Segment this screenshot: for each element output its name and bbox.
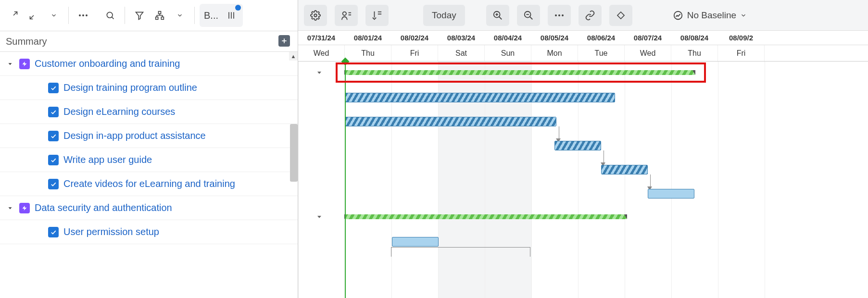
collapse-icon[interactable] [24, 6, 43, 25]
tree-child-row[interactable]: Design in-app product assistance [0, 124, 298, 148]
date-col: 08/06/24 [578, 31, 625, 45]
search-icon[interactable] [101, 6, 120, 25]
scrollbar-thumb[interactable] [290, 124, 298, 182]
tree-child-row[interactable]: User permission setup [0, 220, 298, 244]
link-button[interactable] [579, 5, 602, 26]
baseline-dropdown[interactable]: No Baseline [667, 5, 753, 26]
gantt-pane: Today No Baseline 07/ [298, 0, 868, 298]
issue-link[interactable]: Design in-app product assistance [63, 130, 206, 141]
day-col: Thu [345, 45, 391, 61]
tree-child-row[interactable]: Write app user guide [0, 148, 298, 172]
svg-rect-8 [161, 17, 164, 19]
summary-bar[interactable] [345, 70, 695, 75]
task-icon [48, 83, 59, 93]
task-bar[interactable] [648, 189, 694, 199]
row-collapse-icon[interactable] [315, 213, 323, 223]
toolbar-chevron-down-icon[interactable] [44, 6, 63, 25]
svg-point-31 [562, 14, 564, 16]
more-button[interactable] [548, 5, 571, 26]
gantt-task-row[interactable] [298, 230, 868, 254]
task-icon [48, 179, 59, 189]
tree-parent-row[interactable]: Customer onboarding and training [0, 52, 298, 76]
critical-path-button[interactable] [365, 5, 389, 26]
more-icon[interactable] [74, 6, 93, 25]
day-col: Mon [531, 45, 578, 61]
task-bar[interactable] [554, 141, 601, 150]
chevron-down-icon[interactable] [6, 204, 14, 212]
svg-point-0 [79, 14, 81, 16]
svg-marker-17 [23, 206, 27, 211]
summary-header: Summary [0, 31, 298, 52]
left-pane: B... Summary ▲ Customer onboarding an [0, 0, 298, 298]
issue-link[interactable]: Design eLearning courses [63, 106, 175, 117]
svg-line-23 [499, 16, 502, 19]
day-col: Fri [718, 45, 765, 61]
tree-child-row[interactable]: Create videos for eLearning and training [0, 172, 298, 196]
gantt-task-row[interactable] [298, 182, 868, 206]
milestone-button[interactable] [609, 5, 632, 26]
columns-icon[interactable] [223, 6, 240, 25]
svg-point-29 [555, 14, 557, 16]
svg-point-30 [558, 14, 560, 16]
issue-link[interactable]: User permission setup [63, 226, 159, 237]
today-button[interactable]: Today [423, 5, 465, 26]
svg-rect-32 [617, 12, 624, 18]
task-bar[interactable] [392, 237, 439, 247]
issue-link[interactable]: Write app user guide [63, 154, 152, 165]
svg-marker-35 [317, 216, 321, 218]
svg-point-19 [343, 12, 346, 15]
day-header: WedThuFriSatSunMonTueWedThuFri [298, 45, 868, 62]
date-col: 08/04/24 [485, 31, 531, 45]
svg-point-18 [314, 14, 317, 17]
view-group: B... [200, 4, 243, 27]
hierarchy-icon[interactable] [150, 6, 169, 25]
svg-marker-14 [9, 63, 12, 65]
gantt-task-row[interactable] [298, 158, 868, 182]
people-button[interactable] [335, 5, 358, 26]
tree-child-row[interactable]: Design eLearning courses [0, 100, 298, 124]
tree-parent-row[interactable]: Data security and authentication [0, 196, 298, 220]
settings-button[interactable] [304, 5, 327, 26]
task-icon [48, 107, 59, 117]
day-col: Wed [625, 45, 671, 61]
b-button[interactable]: B... [202, 6, 220, 25]
gantt-task-row[interactable] [298, 86, 868, 110]
gantt-summary-row[interactable] [298, 62, 868, 86]
row-collapse-icon[interactable] [315, 69, 323, 78]
day-col: Fri [391, 45, 438, 61]
svg-line-4 [112, 17, 113, 19]
dependency-bracket [391, 247, 530, 257]
task-icon [48, 155, 59, 165]
task-bar[interactable] [601, 165, 648, 174]
epic-icon [19, 59, 30, 69]
issue-link[interactable]: Customer onboarding and training [35, 58, 180, 69]
svg-marker-15 [23, 62, 27, 66]
gantt-task-row[interactable] [298, 110, 868, 134]
expand-icon[interactable] [4, 6, 23, 25]
epic-icon [19, 203, 30, 213]
summary-label: Summary [6, 36, 47, 47]
gantt-body[interactable] [298, 62, 868, 298]
filter-icon[interactable] [130, 6, 149, 25]
date-header: 07/31/2408/01/2408/02/2408/03/2408/04/24… [298, 31, 868, 45]
svg-rect-7 [156, 17, 158, 19]
toolbar-chevron-down-icon-2[interactable] [170, 6, 189, 25]
svg-point-2 [86, 14, 88, 16]
tree-child-row[interactable]: Design training program outline [0, 76, 298, 100]
gantt-summary-row[interactable] [298, 206, 868, 230]
issue-link[interactable]: Design training program outline [63, 82, 197, 93]
chevron-down-icon[interactable] [6, 60, 14, 68]
day-col: Sat [438, 45, 485, 61]
task-bar[interactable] [345, 117, 556, 126]
issue-link[interactable]: Data security and authentication [35, 202, 172, 213]
svg-marker-5 [136, 12, 143, 19]
issue-link[interactable]: Create videos for eLearning and training [63, 178, 235, 189]
zoom-out-button[interactable] [517, 5, 540, 26]
date-col: 08/09/2 [718, 31, 765, 45]
summary-bar[interactable] [345, 214, 627, 219]
add-button[interactable] [278, 35, 290, 47]
zoom-in-button[interactable] [486, 5, 509, 26]
task-bar[interactable] [345, 93, 615, 102]
gantt-task-row[interactable] [298, 134, 868, 158]
svg-point-1 [82, 14, 84, 16]
